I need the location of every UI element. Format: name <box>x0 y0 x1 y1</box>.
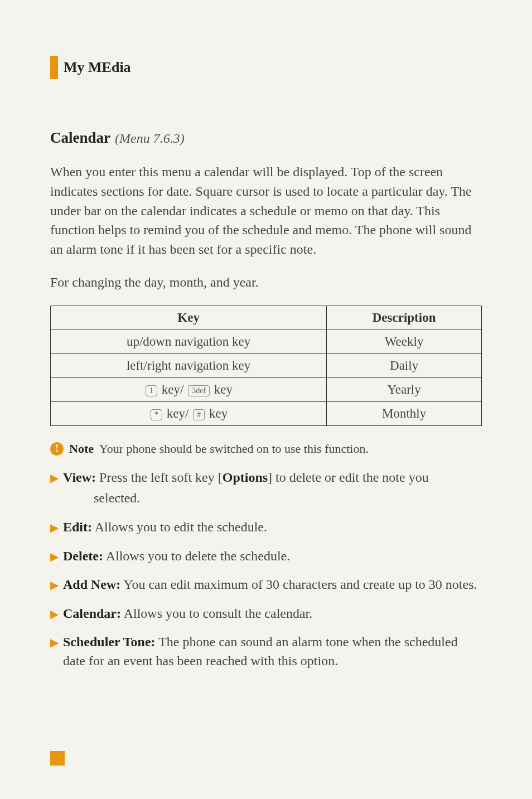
table-header-row: Key Description <box>51 306 482 330</box>
table-row: * key/ # key Monthly <box>51 401 482 425</box>
bullet-content: Add New: You can edit maximum of 30 char… <box>63 575 477 594</box>
bullet-title: Add New: <box>63 577 120 592</box>
key-text: key <box>209 406 228 420</box>
bullet-item-edit: ▶ Edit: Allows you to edit the schedule. <box>50 518 482 537</box>
table-cell-desc: Yearly <box>327 377 482 401</box>
bullet-title: Delete: <box>63 549 103 563</box>
table-row: 1 key/ 3def key Yearly <box>51 377 482 401</box>
bullet-content: Calendar: Allows you to consult the cale… <box>63 604 312 623</box>
header-section: My MEdia <box>50 56 482 79</box>
bullet-item-scheduler-tone: ▶ Scheduler Tone: The phone can sound an… <box>50 633 482 670</box>
bullet-item-calendar: ▶ Calendar: Allows you to consult the ca… <box>50 604 482 623</box>
key-table: Key Description up/down navigation key W… <box>50 306 482 426</box>
bullet-title: View: <box>63 470 96 485</box>
bullet-item-view-cont: selected. <box>50 489 482 508</box>
header-title: My MEdia <box>64 59 131 76</box>
section-subtitle: (Menu 7.6.3) <box>115 131 185 146</box>
bullet-content: View: Press the left soft key [Options] … <box>63 468 429 487</box>
key-text: key <box>214 382 233 396</box>
bullet-title: Edit: <box>63 520 92 534</box>
triangle-icon: ▶ <box>50 549 59 566</box>
table-cell-desc: Monthly <box>327 401 482 425</box>
table-cell-key: 1 key/ 3def key <box>51 377 327 401</box>
bullet-content: Scheduler Tone: The phone can sound an a… <box>63 633 482 670</box>
key-hash-icon: # <box>193 409 205 420</box>
table-cell-key: up/down navigation key <box>51 330 327 354</box>
note-label: Note <box>69 442 94 456</box>
table-header-description: Description <box>327 306 482 330</box>
bullet-content: Delete: Allows you to delete the schedul… <box>63 547 290 566</box>
triangle-icon: ▶ <box>50 577 59 594</box>
key-star-icon: * <box>151 409 162 420</box>
table-cell-desc: Daily <box>327 354 482 377</box>
bullet-item-view: ▶ View: Press the left soft key [Options… <box>50 468 482 487</box>
bullet-title: Calendar: <box>63 606 121 621</box>
changing-paragraph: For changing the day, month, and year. <box>50 273 482 292</box>
bullet-item-delete: ▶ Delete: Allows you to delete the sched… <box>50 547 482 566</box>
table-row: left/right navigation key Daily <box>51 354 482 377</box>
bullet-title: Scheduler Tone: <box>63 635 156 649</box>
key-table-container: Key Description up/down navigation key W… <box>50 306 482 426</box>
bullet-list: ▶ View: Press the left soft key [Options… <box>50 468 482 671</box>
section-title: Calendar <box>50 129 110 146</box>
bullet-bold: Options <box>223 470 268 485</box>
key-3-icon: 3def <box>188 385 210 396</box>
bullet-text: Press the left soft key [ <box>99 470 223 485</box>
key-text: key/ <box>167 406 189 420</box>
section-title-row: Calendar (Menu 7.6.3) <box>50 129 482 147</box>
bullet-text: Allows you to delete the schedule. <box>103 549 290 563</box>
note-text: Your phone should be switched on to use … <box>99 442 369 456</box>
bullet-content: selected. <box>94 489 140 508</box>
triangle-icon: ▶ <box>50 470 59 487</box>
table-cell-key: left/right navigation key <box>51 354 327 377</box>
table-header-key: Key <box>51 306 327 330</box>
bullet-item-add-new: ▶ Add New: You can edit maximum of 30 ch… <box>50 575 482 594</box>
key-text: key/ <box>162 382 184 396</box>
table-row: up/down navigation key Weekly <box>51 330 482 354</box>
triangle-icon: ▶ <box>50 635 59 670</box>
bullet-text: You can edit maximum of 30 characters an… <box>120 577 477 592</box>
note-row: ! Note Your phone should be switched on … <box>50 442 482 456</box>
page-marker-square <box>50 751 65 766</box>
key-1-icon: 1 <box>146 385 157 396</box>
table-cell-key: * key/ # key <box>51 401 327 425</box>
bullet-text: ] to delete or edit the note you <box>268 470 429 485</box>
alert-icon: ! <box>50 442 64 456</box>
table-cell-desc: Weekly <box>327 330 482 354</box>
intro-paragraph: When you enter this menu a calendar will… <box>50 162 482 259</box>
triangle-icon: ▶ <box>50 606 59 623</box>
bullet-text: Allows you to edit the schedule. <box>92 520 267 534</box>
triangle-icon: ▶ <box>50 520 59 537</box>
bullet-content: Edit: Allows you to edit the schedule. <box>63 518 267 537</box>
bullet-text: Allows you to consult the calendar. <box>121 606 312 621</box>
header-accent-bar <box>50 56 58 79</box>
